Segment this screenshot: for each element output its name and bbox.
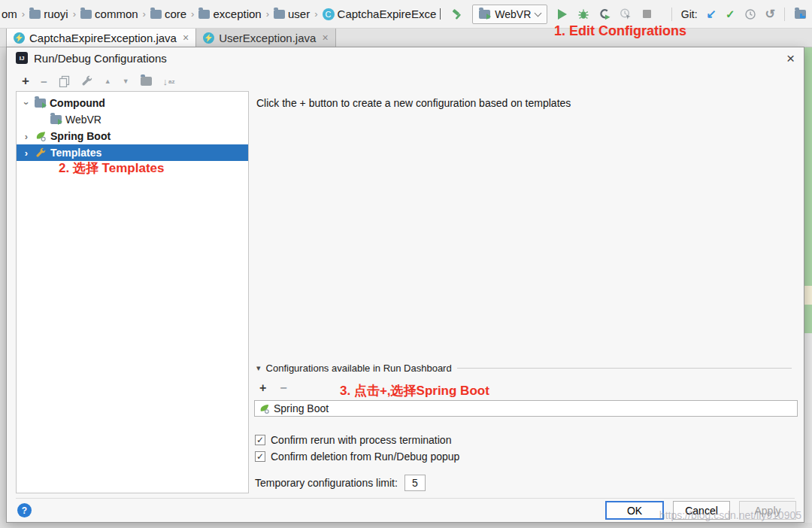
breadcrumb-item[interactable]: user [274, 8, 310, 20]
folder-plus-icon [141, 77, 152, 86]
ide-screen: om › ruoyi › common › core › exception ›… [0, 0, 812, 528]
run-button[interactable] [556, 8, 568, 20]
breadcrumb-label: common [95, 8, 138, 20]
build-hammer-icon[interactable] [451, 8, 463, 20]
templates-hint-text: Click the + button to create a new confi… [256, 97, 571, 109]
annotation-step3: 3. 点击+,选择Spring Boot [340, 382, 489, 399]
breadcrumb-item[interactable]: ruoyi [29, 8, 68, 20]
text-cursor [440, 8, 441, 20]
dialog-close-icon[interactable]: × [786, 51, 795, 65]
blue-squares [800, 14, 805, 18]
chevron-expanded-icon[interactable]: › [21, 99, 32, 108]
new-folder-button[interactable] [141, 77, 152, 86]
dashboard-remove-button[interactable]: − [280, 381, 286, 395]
git-actions: Git: ↙ ✓ ↺ [671, 7, 812, 21]
breadcrumb-label: ruoyi [44, 8, 68, 20]
run-dashboard-section-header: ▾ Configurations available in Run Dashbo… [256, 363, 792, 374]
temporary-limit-input[interactable]: 5 [404, 475, 426, 491]
stop-button-disabled[interactable] [641, 8, 653, 20]
checkbox-label: Confirm deletion from Run/Debug popup [271, 451, 459, 463]
exception-class-icon [14, 32, 25, 44]
stop-icon [643, 10, 651, 18]
editor-scroll-strip-mark [804, 286, 812, 305]
breadcrumb-separator-icon: › [142, 8, 147, 20]
edit-defaults-wrench-button[interactable] [81, 75, 93, 87]
spring-boot-icon [258, 402, 270, 414]
checkbox-confirm-rerun[interactable]: ✓ [255, 435, 265, 445]
ok-button[interactable]: OK [605, 501, 664, 520]
history-clock-icon[interactable] [744, 8, 756, 20]
run-with-coverage-button[interactable] [598, 8, 611, 20]
configurations-tree: › Compound WebVR › Spring Boot › T [16, 91, 249, 493]
exception-class-icon [203, 32, 214, 44]
chevron-collapsed-icon[interactable]: › [22, 147, 31, 159]
run-dashboard-list: Spring Boot [254, 400, 798, 417]
collapse-triangle-icon[interactable]: ▾ [256, 363, 261, 373]
tab-label: UserException.java [219, 32, 316, 44]
tree-item-label: Templates [50, 147, 102, 159]
dashboard-add-button[interactable]: + [259, 381, 266, 395]
dialog-title-bar: IJ Run/Debug Configurations × [7, 47, 804, 68]
sort-arrow: ↓ [163, 76, 168, 87]
breadcrumb-label: exception [213, 8, 261, 20]
checkbox-label: Confirm rerun with process termination [271, 434, 451, 446]
spring-boot-icon [35, 130, 47, 142]
git-commit-icon[interactable]: ✓ [726, 8, 735, 21]
checkbox-confirm-deletion[interactable]: ✓ [255, 451, 265, 462]
project-structure-icon[interactable] [794, 8, 806, 20]
chevron-collapsed-icon[interactable]: › [22, 131, 31, 142]
breadcrumb-separator-icon: › [314, 8, 318, 20]
editor-scroll-strip [804, 47, 812, 286]
toolbar-divider [784, 8, 785, 21]
confirm-deletion-row: ✓ Confirm deletion from Run/Debug popup [255, 451, 459, 463]
breadcrumb-item[interactable]: exception [198, 8, 261, 20]
profiler-button-disabled[interactable] [620, 8, 632, 20]
tree-item-spring-boot[interactable]: › Spring Boot [17, 128, 248, 144]
configurations-toolbar: + − ▲ ▼ ↓az [22, 74, 175, 89]
move-up-button[interactable]: ▲ [105, 77, 111, 85]
copy-configuration-button[interactable] [59, 75, 70, 87]
list-item-spring-boot[interactable]: Spring Boot [255, 401, 797, 416]
tree-item-templates[interactable]: › Templates [17, 144, 248, 161]
tree-item-webvr[interactable]: WebVR [17, 111, 248, 128]
footer-divider [16, 498, 795, 499]
dialog-title: Run/Debug Configurations [34, 52, 167, 65]
tree-item-compound[interactable]: › Compound [17, 95, 248, 111]
tab-user-exception[interactable]: UserException.java × [195, 28, 335, 47]
run-config-icon [50, 115, 62, 124]
editor-tab-bar: CaptchaExpireException.java × UserExcept… [0, 28, 812, 47]
add-configuration-button[interactable]: + [22, 74, 29, 89]
debug-button[interactable] [577, 8, 589, 20]
folder-icon [198, 10, 210, 19]
run-dashboard-header-label: Configurations available in Run Dashboar… [266, 363, 452, 374]
chevron-down-icon [535, 9, 542, 17]
breadcrumb-item[interactable]: core [150, 8, 186, 20]
run-config-name: WebVR [495, 8, 531, 20]
tab-captcha-expire-exception[interactable]: CaptchaExpireException.java × [6, 28, 196, 47]
close-icon[interactable]: × [183, 32, 189, 44]
breadcrumb-item[interactable]: om [2, 8, 17, 20]
section-divider [457, 368, 792, 369]
annotation-step1: 1. Edit Configrations [554, 23, 686, 39]
list-item-label: Spring Boot [274, 402, 329, 414]
close-icon[interactable]: × [322, 32, 328, 44]
run-actions: WebVR [451, 5, 653, 24]
folder-icon [274, 10, 285, 19]
tree-item-label: Spring Boot [50, 130, 111, 142]
move-down-button[interactable]: ▼ [123, 77, 129, 85]
remove-configuration-button[interactable]: − [41, 75, 47, 88]
sort-configurations-button[interactable]: ↓az [163, 76, 175, 87]
editor-scroll-strip [804, 305, 812, 333]
revert-icon[interactable]: ↺ [765, 7, 775, 21]
folder-blue-icon [795, 10, 806, 19]
git-update-icon[interactable]: ↙ [707, 7, 717, 21]
breadcrumb-item[interactable]: common [80, 8, 138, 20]
run-configuration-selector[interactable]: WebVR [472, 5, 547, 24]
git-label: Git: [681, 8, 698, 20]
breadcrumb-item-class[interactable]: C CaptchaExpireExce [323, 8, 441, 20]
templates-wrench-icon [35, 147, 47, 159]
breadcrumb-separator-icon: › [265, 8, 270, 20]
help-button[interactable]: ? [17, 503, 32, 517]
run-config-icon [479, 10, 490, 19]
breadcrumb-label: CaptchaExpireExce [338, 8, 437, 20]
